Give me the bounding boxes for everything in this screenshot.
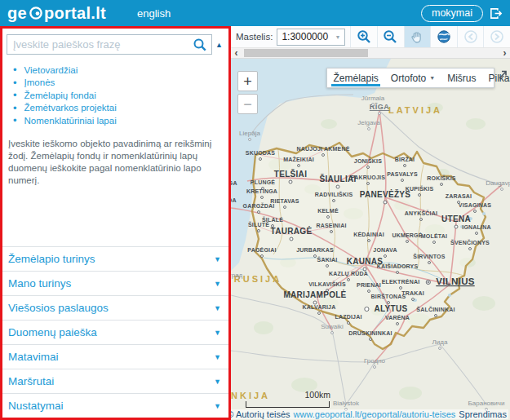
search-box <box>7 34 212 55</box>
accordion-section[interactable]: Duomenų paieška▼ <box>2 320 228 344</box>
city-marker <box>401 179 404 182</box>
city-marker <box>289 180 292 183</box>
accordion: Žemėlapio turinys▼Mano turinys▼Viešosios… <box>2 246 228 418</box>
scroll-right-arrow[interactable]: › <box>499 48 510 58</box>
overview-map-toggle-icon[interactable] <box>498 69 508 83</box>
map-major-city-label: PANEVĖŽYS <box>360 189 411 199</box>
collapse-panel-icon[interactable]: ▲ <box>212 41 226 49</box>
quick-link[interactable]: Vietovardžiai <box>24 65 78 75</box>
logo[interactable]: ge portal.lt <box>7 4 106 23</box>
basemap-tab[interactable]: Ortofoto▼ <box>384 69 441 87</box>
basemap-tab[interactable]: Mišrus <box>441 69 482 87</box>
accordion-section[interactable]: Matavimai▼ <box>2 344 228 369</box>
map-city-label: KĖDAINIAI <box>353 232 384 237</box>
city-marker <box>249 139 251 141</box>
forward-arrow-icon <box>490 29 504 44</box>
map-city-label: IGNALINA <box>462 224 490 230</box>
accordion-section[interactable]: Maršrutai▼ <box>2 369 228 393</box>
logo-text-suffix: portal.lt <box>44 4 106 23</box>
map-city-label: ŠILUTĖ <box>248 221 269 228</box>
accordion-section[interactable]: Mano turinys▼ <box>2 271 228 295</box>
accordion-section[interactable]: Nustatymai▼ <box>2 393 228 418</box>
zoom-out-tool-button[interactable] <box>377 26 404 47</box>
map-major-city-label: ŠIAULIAI <box>319 174 356 183</box>
scale-select[interactable]: 1:3000000 ▼ <box>277 29 345 46</box>
quick-link[interactable]: Įmonės <box>24 77 55 87</box>
map-major-city-label: VILNIUS <box>436 276 474 286</box>
previous-extent-button[interactable] <box>457 26 484 47</box>
map-city-label: RADVILIŠKIS <box>315 191 353 197</box>
city-marker <box>419 194 421 197</box>
map-city-label: ŠIRVINTOS <box>413 253 445 259</box>
quick-link-item: •Nomenklatūriniai lapai <box>13 114 228 127</box>
city-marker <box>284 206 286 209</box>
search-input[interactable] <box>7 35 211 54</box>
bullet-icon: • <box>13 90 17 100</box>
accordion-section[interactable]: Žemėlapio turinys▼ <box>2 246 228 271</box>
quick-link[interactable]: Žemėtvarkos projektai <box>24 103 117 113</box>
map-city-label: KAIŠIADORYS <box>377 263 419 269</box>
map-city-label: ROKIŠKIS <box>427 175 456 181</box>
map-region-label: LENKIJA <box>231 391 270 400</box>
city-marker <box>404 165 406 167</box>
map-foreign-city-label: Jūrmala <box>361 95 385 102</box>
city-marker <box>322 154 325 157</box>
attribution-link[interactable]: www.geoportal.lt/geoportal/autoriu-teise… <box>294 409 456 419</box>
scroll-left-arrow[interactable]: ‹ <box>231 48 242 58</box>
accordion-section-label: Viešosios paslaugos <box>8 302 109 314</box>
city-marker <box>476 232 478 235</box>
map-foreign-city-label: Liepāja <box>239 130 260 137</box>
basemap-tab-label: Mišrus <box>447 73 476 84</box>
map-city-label: ZARASAI <box>446 193 472 199</box>
pan-tool-button[interactable] <box>404 26 431 47</box>
search-hint: Įveskite ieškomo objekto pavadinimą ar r… <box>8 138 220 188</box>
zoom-in-tool-button[interactable] <box>350 26 377 47</box>
city-marker <box>400 287 402 290</box>
chevron-down-icon: ▼ <box>214 353 221 361</box>
map-city-label: DRUSKININKAI <box>348 330 392 336</box>
map-zoom-controls: + − <box>237 71 258 114</box>
bullet-icon: • <box>13 103 17 113</box>
basemap-switcher: ŽemėlapisOrtofoto▼MišrusPilkas <box>326 68 494 88</box>
city-marker <box>428 262 431 264</box>
accordion-section-label: Maršrutai <box>8 375 54 387</box>
mokymai-button[interactable]: mokymai <box>421 5 483 22</box>
horizontal-scrollbar[interactable]: ‹ › <box>231 47 510 59</box>
map-foreign-city-label: Suwałki <box>321 323 344 330</box>
full-extent-tool-button[interactable] <box>430 26 457 47</box>
map-city-label: ŠAKIAI <box>317 256 338 263</box>
map-city-label: KALVARIJA <box>303 304 336 310</box>
next-extent-button[interactable] <box>483 26 510 47</box>
logout-icon[interactable] <box>489 7 503 20</box>
map-city-label: MOLĖTAI <box>421 233 447 239</box>
city-marker <box>348 322 350 325</box>
map-foreign-city-label: Daugavpils <box>486 179 510 187</box>
map-viewport[interactable]: LATVIJARUSIJALENKIJARĪGAJūrmalaJelgavaLi… <box>231 59 510 420</box>
map-zoom-out-button[interactable]: − <box>237 94 258 114</box>
scrollbar-thumb[interactable] <box>244 49 368 57</box>
language-link[interactable]: english <box>137 7 171 20</box>
accordion-section[interactable]: Viešosios paslaugos▼ <box>2 295 228 320</box>
accordion-section-label: Matavimai <box>8 351 59 363</box>
scrollbar-track[interactable] <box>242 48 499 58</box>
search-panel: ▲ •Vietovardžiai•Įmonės•Žemėlapių fondai… <box>0 26 231 420</box>
accordion-section-label: Mano turinys <box>8 277 71 290</box>
map-zoom-in-button[interactable]: + <box>237 71 258 91</box>
search-icon[interactable] <box>193 38 207 55</box>
map-foreign-city-label: Jelgava <box>357 119 380 126</box>
city-marker <box>435 315 437 317</box>
map-foreign-city-label: град <box>231 272 243 279</box>
quick-link[interactable]: Žemėlapių fondai <box>24 91 96 100</box>
city-marker <box>336 185 339 188</box>
map-major-city-label: TAURAGĖ <box>271 226 313 236</box>
map-foreign-city-label: Лида <box>432 338 448 346</box>
city-marker <box>259 158 262 161</box>
map-city-label: MAŽEIKIAI <box>283 156 314 162</box>
map-city-label: LAZDIJAI <box>335 314 361 320</box>
quick-link-item: •Žemėlapių fondai <box>13 89 228 102</box>
basemap-tab-label: Ortofoto <box>391 73 426 84</box>
back-arrow-icon <box>463 29 478 44</box>
quick-link[interactable]: Nomenklatūriniai lapai <box>24 116 117 126</box>
basemap-tab[interactable]: Žemėlapis <box>327 69 384 87</box>
map-city-label: JURBARKAS <box>296 247 334 253</box>
